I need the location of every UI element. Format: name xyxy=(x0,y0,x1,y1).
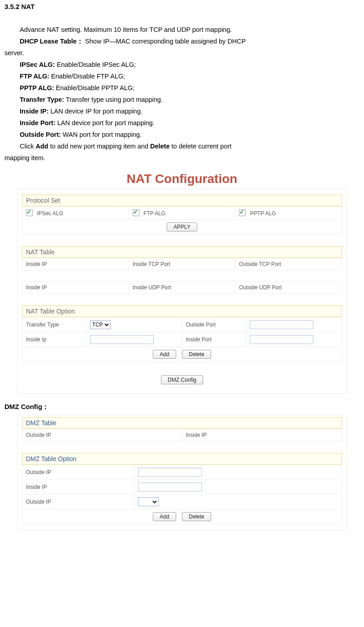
body-ipsec: Enable/Disable IPSec ALG; xyxy=(55,61,136,68)
body-ftp: Enable/Disable FTP ALG; xyxy=(49,73,125,80)
apply-button[interactable]: APPLY xyxy=(167,222,197,231)
label-ftp: FTP ALG: xyxy=(20,73,49,80)
dmz-outside-ip-col: Outside IP xyxy=(22,429,182,441)
inside-ip-line: Inside IP: LAN device IP for port mappin… xyxy=(20,105,360,117)
pptp-alg-checkbox[interactable] xyxy=(239,209,246,216)
dhcp-line: DHCP Lease Table： Show IP—MAC correspond… xyxy=(20,35,360,47)
ftp-line: FTP ALG: Enable/Disable FTP ALG; xyxy=(20,70,360,82)
label-inside-ip-lower: Inside Ip xyxy=(22,332,87,347)
dmz-delete-button[interactable]: Delete xyxy=(182,512,211,521)
dmz-config-button[interactable]: DMZ Config xyxy=(161,375,203,384)
intro-text: Advance NAT setting. Maximum 10 items fo… xyxy=(20,24,360,35)
label-inside-port: Inside Port xyxy=(182,332,246,347)
label-oport: Outside Port: xyxy=(20,131,61,138)
nat-add-button[interactable]: Add xyxy=(153,350,176,359)
click-delete: Delete xyxy=(150,143,170,150)
click-add: Add xyxy=(35,143,48,150)
body-pptp: Enable/Disable PPTP ALG; xyxy=(54,84,134,91)
nat-config-panel: Protocol Set IPSec ALG FTP ALG PPTP ALG … xyxy=(17,189,347,394)
dmz-table-header: DMZ Table xyxy=(22,417,342,429)
label-iip: Inside IP: xyxy=(20,108,48,115)
nat-table-header: NAT Table xyxy=(22,246,342,258)
inside-port-line: Inside Port: LAN device port for port ma… xyxy=(20,117,360,129)
dmz-outside-ip-select[interactable] xyxy=(138,497,159,506)
inside-ip-input[interactable] xyxy=(90,335,154,344)
nat-delete-button[interactable]: Delete xyxy=(182,350,211,359)
label-dhcp: DHCP Lease Table： xyxy=(20,38,83,45)
dmz-outside-ip-label: Outside IP xyxy=(22,465,134,480)
body-oport: WAN port for port mapping. xyxy=(61,131,142,138)
ipsec-line: IPSec ALG: Enable/Disable IPSec ALG; xyxy=(20,59,360,70)
body-iport: LAN device port for port mapping. xyxy=(56,119,155,126)
ipsec-alg-label: IPSec ALG xyxy=(37,210,63,217)
outside-port-input[interactable] xyxy=(250,320,313,329)
label-ipsec: IPSec ALG: xyxy=(20,61,55,68)
ipsec-alg-checkbox[interactable] xyxy=(26,209,33,216)
label-tt: Transfer Type: xyxy=(20,96,64,103)
protocol-set-header: Protocol Set xyxy=(22,195,342,206)
ftp-alg-checkbox[interactable] xyxy=(133,209,139,216)
col-inside-udp: Inside UDP Port xyxy=(129,282,235,294)
click-t3: to delete current port xyxy=(169,143,231,150)
body-iip: LAN device IP for port mapping. xyxy=(48,108,142,115)
dmz-outside-ip-label-2: Outside IP xyxy=(22,495,134,509)
section-number: 3.5.2 NAT xyxy=(4,3,360,10)
label-outside-port: Outside Port xyxy=(182,318,246,332)
click-tail: mapping item. xyxy=(4,152,360,164)
transfer-type-select[interactable]: TCP xyxy=(90,320,111,329)
dmz-panel: DMZ Table Outside IP Inside IP DMZ Table… xyxy=(17,415,347,530)
dmz-add-button[interactable]: Add xyxy=(153,512,176,521)
click-t1: Click xyxy=(20,143,35,150)
dmz-inside-ip-col: Inside IP xyxy=(182,429,342,441)
dmz-inside-ip-label: Inside IP xyxy=(22,480,134,495)
body-tt: Transfer type using port mapping. xyxy=(64,96,163,103)
dmz-config-heading: DMZ Config： xyxy=(4,403,360,411)
outside-port-line: Outside Port: WAN port for port mapping. xyxy=(20,129,360,140)
col-outside-tcp: Outside TCP Port xyxy=(235,258,342,270)
click-t2: to add new port mapping item and xyxy=(48,143,150,150)
pptp-line: PPTP ALG: Enable/Disable PPTP ALG; xyxy=(20,82,360,94)
pptp-alg-label: PPTP ALG xyxy=(250,210,276,217)
transfer-type-line: Transfer Type: Transfer type using port … xyxy=(20,94,360,105)
dmz-table-option-header: DMZ Table Option xyxy=(22,453,342,465)
col-inside-ip-1: Inside IP xyxy=(22,258,129,270)
nat-table-option-header: NAT Table Option xyxy=(22,305,342,317)
col-inside-ip-2: Inside IP xyxy=(22,282,129,294)
dhcp-tail: server. xyxy=(4,47,360,59)
click-line1: Click Add to add new port mapping item a… xyxy=(20,140,360,152)
col-inside-tcp: Inside TCP Port xyxy=(129,258,235,270)
inside-port-input[interactable] xyxy=(250,335,313,344)
label-transfer-type: Transfer Type xyxy=(22,318,87,332)
ftp-alg-label: FTP ALG xyxy=(143,210,165,217)
label-pptp: PPTP ALG: xyxy=(20,84,54,91)
label-iport: Inside Port: xyxy=(20,119,56,126)
body-dhcp: Show IP—MAC corresponding table assigned… xyxy=(85,38,246,45)
dmz-outside-ip-input[interactable] xyxy=(138,468,202,477)
col-outside-udp: Outside UDP Port xyxy=(235,282,342,294)
dmz-inside-ip-input[interactable] xyxy=(138,483,202,492)
nat-config-title: NAT Configuration xyxy=(4,172,360,186)
